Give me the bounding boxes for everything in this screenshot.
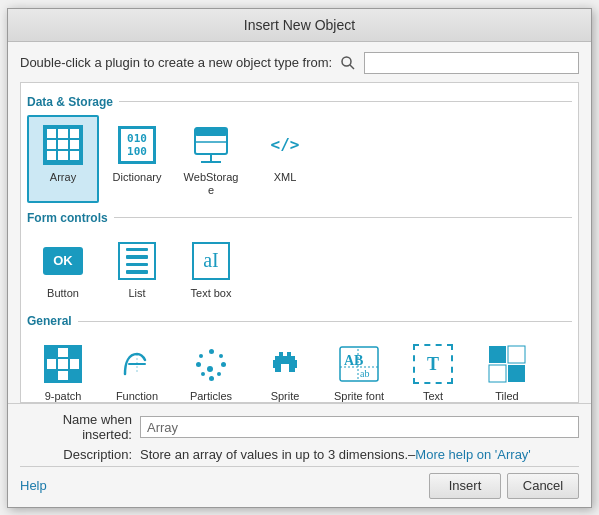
list-icon	[115, 239, 159, 283]
plugin-name-function: Function	[116, 390, 158, 402]
svg-rect-11	[291, 356, 295, 360]
search-label: Double-click a plugin to create a new ob…	[20, 55, 332, 70]
plugin-item-ninepatch[interactable]: 9-patch	[27, 334, 99, 402]
plugin-name-xml: XML	[274, 171, 297, 184]
svg-rect-3	[195, 128, 227, 136]
svg-rect-22	[489, 346, 506, 363]
svg-rect-16	[289, 368, 295, 372]
insert-new-object-dialog: Insert New Object Double-click a plugin …	[7, 8, 592, 508]
plugin-name-ninepatch: 9-patch	[45, 390, 82, 402]
plugin-item-webstorage[interactable]: WebStorage	[175, 115, 247, 203]
plugin-name-webstorage: WebStorage	[181, 171, 241, 197]
plugin-item-array[interactable]: Array	[27, 115, 99, 203]
plugin-item-particles[interactable]: Particles	[175, 334, 247, 402]
plugin-item-xml[interactable]: </> XML	[249, 115, 321, 203]
plugin-item-tiled[interactable]: Tiled Background	[471, 334, 543, 402]
svg-rect-15	[275, 368, 281, 372]
desc-text: Store an array of values in up to 3 dime…	[140, 447, 408, 462]
cancel-button[interactable]: Cancel	[507, 473, 579, 499]
name-value: Array	[140, 416, 579, 438]
dictionary-icon: 010100	[115, 123, 159, 167]
search-input[interactable]	[364, 52, 579, 74]
plugin-name-array: Array	[50, 171, 76, 184]
plugin-item-textbox[interactable]: aI Text box	[175, 231, 247, 306]
textbox-icon: aI	[189, 239, 233, 283]
svg-point-0	[342, 57, 351, 66]
svg-rect-23	[508, 346, 525, 363]
tiled-icon	[485, 342, 529, 386]
plugin-name-particles: Particles	[190, 390, 232, 402]
plugin-item-list[interactable]: List	[101, 231, 173, 306]
name-row: Name when inserted: Array	[20, 412, 579, 442]
plugin-item-sprite[interactable]: Sprite	[249, 334, 321, 402]
section-data-storage: Data & Storage	[27, 95, 572, 109]
plugin-item-spritefont[interactable]: AB ab Sprite font	[323, 334, 395, 402]
plugin-name-dictionary: Dictionary	[113, 171, 162, 184]
section-form-controls: Form controls	[27, 211, 572, 225]
svg-rect-7	[279, 352, 283, 356]
svg-line-1	[350, 65, 354, 69]
svg-rect-25	[508, 365, 525, 382]
plugin-name-text: Text	[423, 390, 443, 402]
plugin-item-function[interactable]: Function	[101, 334, 173, 402]
help-link[interactable]: Help	[20, 478, 47, 493]
name-label: Name when inserted:	[20, 412, 140, 442]
plugin-item-text[interactable]: T Text	[397, 334, 469, 402]
section-general: General	[27, 314, 572, 328]
array-icon	[41, 123, 85, 167]
search-row: Double-click a plugin to create a new ob…	[20, 52, 579, 74]
btn-group: Insert Cancel	[429, 473, 579, 499]
xml-icon: </>	[263, 123, 307, 167]
svg-text:AB: AB	[344, 353, 363, 368]
text-icon: T	[411, 342, 455, 386]
dialog-title: Insert New Object	[8, 9, 591, 42]
svg-rect-9	[275, 356, 279, 360]
button-icon: OK	[41, 239, 85, 283]
svg-rect-10	[279, 356, 291, 360]
desc-label: Description:	[20, 447, 140, 462]
function-icon	[115, 342, 159, 386]
particles-icon	[189, 342, 233, 386]
desc-row: Description: Store an array of values in…	[20, 447, 579, 462]
spritefont-icon: AB ab	[337, 342, 381, 386]
desc-separator: –	[408, 447, 415, 462]
form-controls-grid: OK Button List	[27, 231, 572, 306]
bottom-section: Name when inserted: Array Description: S…	[8, 403, 591, 507]
plugin-name-spritefont: Sprite font	[334, 390, 384, 402]
svg-text:ab: ab	[360, 368, 369, 379]
general-grid: 9-patch Function	[27, 334, 572, 402]
ninepatch-icon	[41, 342, 85, 386]
plugin-item-button[interactable]: OK Button	[27, 231, 99, 306]
plugin-name-textbox: Text box	[191, 287, 232, 300]
svg-rect-8	[287, 352, 291, 356]
plugin-name-tiled: Tiled Background	[477, 390, 537, 402]
plugin-item-dictionary[interactable]: 010100 Dictionary	[101, 115, 173, 203]
button-row: Help Insert Cancel	[20, 466, 579, 503]
plugin-name-list: List	[128, 287, 145, 300]
plugin-name-button: Button	[47, 287, 79, 300]
svg-rect-24	[489, 365, 506, 382]
insert-button[interactable]: Insert	[429, 473, 501, 499]
search-icon	[338, 53, 358, 73]
svg-rect-14	[289, 364, 297, 368]
sprite-icon	[263, 342, 307, 386]
plugin-list-scroll[interactable]: Data & Storage Array 010100	[20, 82, 579, 403]
plugin-name-sprite: Sprite	[271, 390, 300, 402]
desc-link[interactable]: More help on 'Array'	[415, 447, 531, 462]
webstorage-icon	[189, 123, 233, 167]
data-storage-grid: Array 010100 Dictionary	[27, 115, 572, 203]
svg-rect-12	[273, 360, 297, 364]
dialog-body: Double-click a plugin to create a new ob…	[8, 42, 591, 403]
svg-rect-13	[273, 364, 281, 368]
